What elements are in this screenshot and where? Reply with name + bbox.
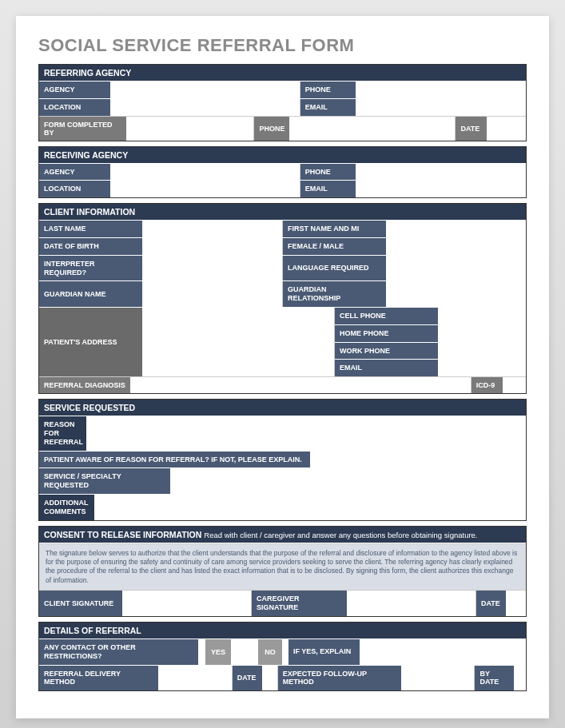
label-care-sig: CAREGIVER SIGNATURE	[252, 591, 348, 616]
input-aware[interactable]	[311, 452, 526, 468]
label-spec: SERVICE / SPECIALTY REQUESTED	[39, 468, 171, 494]
label-last: LAST NAME	[39, 221, 143, 237]
label-location: LOCATION	[39, 99, 111, 116]
label-r-email: EMAIL	[300, 181, 356, 197]
input-explain[interactable]	[360, 639, 526, 665]
referring-header: REFERRING AGENCY	[39, 65, 526, 82]
page-title: SOCIAL SERVICE REFERRAL FORM	[38, 35, 527, 56]
section-details: DETAILS OF REFERRAL ANY CONTACT OR OTHER…	[38, 622, 527, 691]
label-agency: AGENCY	[39, 82, 111, 98]
label-restrict: ANY CONTACT OR OTHER RESTRICTIONS?	[39, 639, 199, 665]
label-r-agency: AGENCY	[39, 164, 111, 181]
input-r-location[interactable]	[111, 181, 300, 197]
label-delivery: REFERRAL DELIVERY METHOD	[39, 666, 159, 691]
consent-header-sub: Read with client / caregiver and answer …	[204, 531, 477, 539]
label-work: WORK PHONE	[335, 343, 439, 360]
label-cell: CELL PHONE	[335, 308, 439, 324]
input-completed-by[interactable]	[127, 117, 254, 141]
input-work[interactable]	[439, 343, 526, 360]
input-agency[interactable]	[111, 82, 300, 98]
input-cell[interactable]	[439, 308, 526, 324]
input-r-phone[interactable]	[356, 164, 526, 181]
label-diag: REFERRAL DIAGNOSIS	[39, 377, 131, 393]
label-first: FIRST NAME AND MI	[283, 221, 387, 237]
consent-header: CONSENT TO RELEASE INFORMATION Read with…	[39, 527, 526, 543]
input-address[interactable]	[143, 308, 335, 376]
consent-header-title: CONSENT TO RELEASE INFORMATION	[44, 530, 201, 539]
input-lang[interactable]	[387, 256, 526, 281]
label-followup: EXPECTED FOLLOW-UP METHOD	[278, 666, 402, 691]
label-bydate: BY DATE	[475, 666, 515, 691]
label-lang: LANGUAGE REQUIRED	[283, 256, 387, 281]
label-address: PATIENT'S ADDRESS	[39, 308, 143, 376]
input-grel[interactable]	[387, 281, 526, 307]
input-dob[interactable]	[143, 238, 283, 255]
input-spec[interactable]	[171, 468, 526, 494]
input-sex[interactable]	[387, 238, 526, 255]
consent-body-text: The signature below serves to authorize …	[39, 543, 526, 591]
label-client-sig: CLIENT SIGNATURE	[39, 591, 123, 616]
input-delivery[interactable]	[159, 666, 233, 691]
label-r-phone: PHONE	[300, 164, 356, 181]
input-last[interactable]	[143, 221, 283, 237]
section-consent: CONSENT TO RELEASE INFORMATION Read with…	[38, 526, 527, 617]
receiving-header: RECEIVING AGENCY	[39, 147, 526, 164]
section-service: SERVICE REQUESTED REASON FOR REFERRAL PA…	[38, 399, 527, 520]
label-reason: REASON FOR REFERRAL	[39, 416, 87, 450]
input-client-sig[interactable]	[123, 591, 252, 616]
input-email[interactable]	[356, 99, 526, 116]
client-header: CLIENT INFORMATION	[39, 204, 526, 221]
label-guardian: GUARDIAN NAME	[39, 281, 143, 307]
referral-form: SOCIAL SERVICE REFERRAL FORM REFERRING A…	[16, 16, 549, 718]
input-care-sig[interactable]	[348, 591, 476, 616]
input-cb-date[interactable]	[487, 117, 526, 141]
input-consent-date[interactable]	[507, 591, 526, 616]
input-reason[interactable]	[87, 416, 526, 450]
service-header: SERVICE REQUESTED	[39, 400, 526, 416]
input-first[interactable]	[387, 221, 526, 237]
input-guardian[interactable]	[143, 281, 283, 307]
label-c-email: EMAIL	[335, 360, 439, 376]
label-aware: PATIENT AWARE OF REASON FOR REFERRAL? IF…	[39, 452, 311, 468]
label-d-date: DATE	[233, 666, 263, 691]
label-explain: IF YES, EXPLAIN	[288, 639, 360, 665]
input-cb-phone[interactable]	[290, 117, 456, 141]
label-icd: ICD-9	[471, 377, 503, 393]
input-c-email[interactable]	[439, 360, 526, 376]
option-no[interactable]: NO	[258, 639, 282, 665]
input-followup[interactable]	[402, 666, 475, 691]
section-receiving: RECEIVING AGENCY AGENCY PHONE LOCATION E…	[38, 146, 527, 199]
label-email: EMAIL	[300, 99, 356, 116]
input-r-agency[interactable]	[111, 164, 300, 181]
label-completed-by: FORM COMPLETED BY	[39, 117, 127, 141]
input-d-date[interactable]	[263, 666, 278, 691]
section-client: CLIENT INFORMATION LAST NAME FIRST NAME …	[38, 203, 527, 394]
label-consent-date: DATE	[476, 591, 507, 616]
input-icd[interactable]	[503, 377, 526, 393]
input-bydate[interactable]	[515, 666, 526, 691]
input-interp[interactable]	[143, 256, 283, 281]
input-diag[interactable]	[131, 377, 471, 393]
option-yes[interactable]: YES	[205, 639, 231, 665]
label-grel: GUARDIAN RELATIONSHIP	[283, 281, 387, 307]
label-cb-phone: PHONE	[254, 117, 290, 141]
section-referring: REFERRING AGENCY AGENCY PHONE LOCATION E…	[38, 64, 527, 141]
input-comments[interactable]	[95, 495, 526, 520]
label-interp: INTERPRETER REQUIRED?	[39, 256, 143, 281]
label-phone: PHONE	[300, 82, 356, 98]
input-phone[interactable]	[356, 82, 526, 98]
input-home[interactable]	[439, 325, 526, 342]
label-sex: FEMALE / MALE	[283, 238, 387, 255]
label-dob: DATE OF BIRTH	[39, 238, 143, 255]
label-cb-date: DATE	[456, 117, 487, 141]
label-comments: ADDITIONAL COMMENTS	[39, 495, 95, 520]
label-home: HOME PHONE	[335, 325, 439, 342]
input-yes[interactable]	[237, 639, 252, 665]
details-header: DETAILS OF REFERRAL	[39, 623, 526, 639]
input-location[interactable]	[111, 99, 300, 116]
input-r-email[interactable]	[356, 181, 526, 197]
label-r-location: LOCATION	[39, 181, 111, 197]
